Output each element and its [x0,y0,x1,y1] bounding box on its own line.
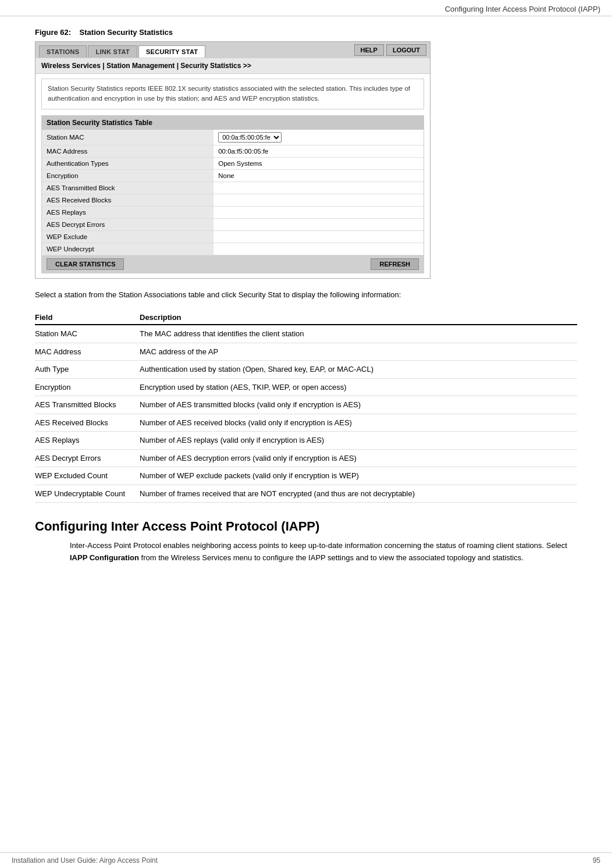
clear-statistics-button[interactable]: CLEAR STATISTICS [47,258,124,270]
field-name: Encryption [35,378,140,396]
field-name: AES Decrypt Errors [35,449,140,467]
tab-stations[interactable]: STATIONS [39,45,87,58]
field-name: Station MAC [35,325,140,343]
table-row: AES Transmitted Block [42,182,424,194]
field-table-row: Station MACThe MAC address that identifi… [35,325,577,343]
table-field-value [214,206,424,218]
field-name: Auth Type [35,361,140,379]
table-field-value [214,230,424,243]
field-description: Number of AES decryption errors (valid o… [140,449,577,467]
table-row: WEP Exclude [42,230,424,243]
footer-right: 95 [593,856,600,865]
field-table-row: MAC AddressMAC address of the AP [35,343,577,361]
table-row: AES Decrypt Errors [42,218,424,230]
tab-link-stat[interactable]: LINK STAT [88,45,137,58]
info-box: Station Security Statistics reports IEEE… [41,79,424,109]
field-name: WEP Undecryptable Count [35,485,140,503]
table-field-label: Authentication Types [42,157,214,169]
table-header: Station Security Statistics Table [42,116,424,130]
col-header-field: Field [35,311,140,325]
table-row: AES Received Blocks [42,194,424,206]
footer-left: Installation and User Guide: Airgo Acces… [12,856,158,865]
section-body: Inter-Access Point Protocol enables neig… [35,540,577,564]
header-title: Configuring Inter Access Point Protocol … [445,5,600,13]
table-field-label: Encryption [42,169,214,182]
logout-button[interactable]: LOGOUT [386,44,426,56]
table-field-value [214,243,424,255]
stats-table-section: Station Security Statistics Table Statio… [41,115,424,273]
table-row: MAC Address00:0a:f5:00:05:fe [42,145,424,157]
field-description: Number of AES replays (valid only if enc… [140,432,577,450]
ui-tabs-bar: STATIONS LINK STAT SECURITY STAT HELP LO… [35,42,430,58]
field-table-row: AES Transmitted BlocksNumber of AES tran… [35,396,577,414]
stats-table: Station MAC00:0a:f5:00:05:feMAC Address0… [42,130,424,255]
table-field-label: MAC Address [42,145,214,157]
ui-screenshot: STATIONS LINK STAT SECURITY STAT HELP LO… [35,41,430,279]
field-name: MAC Address [35,343,140,361]
table-field-value [214,218,424,230]
field-description: Encryption used by station (AES, TKIP, W… [140,378,577,396]
table-field-value: None [214,169,424,182]
mac-address-select[interactable]: 00:0a:f5:00:05:fe [218,132,282,143]
field-name: AES Received Blocks [35,414,140,432]
field-table-row: AES Received BlocksNumber of AES receive… [35,414,577,432]
field-table-row: AES ReplaysNumber of AES replays (valid … [35,432,577,450]
table-field-value: Open Systems [214,157,424,169]
table-field-label: AES Transmitted Block [42,182,214,194]
field-description: Number of WEP exclude packets (valid onl… [140,467,577,485]
field-name: AES Transmitted Blocks [35,396,140,414]
table-field-value [214,194,424,206]
field-description: Number of AES received blocks (valid onl… [140,414,577,432]
table-row: EncryptionNone [42,169,424,182]
field-description: The MAC address that identifies the clie… [140,325,577,343]
page-footer: Installation and User Guide: Airgo Acces… [0,852,612,868]
table-row: Authentication TypesOpen Systems [42,157,424,169]
ui-header-buttons: HELP LOGOUT [354,44,426,58]
table-field-label: AES Replays [42,206,214,218]
field-description: Number of AES transmitted blocks (valid … [140,396,577,414]
table-field-value: 00:0a:f5:00:05:fe [214,145,424,157]
field-table-row: WEP Undecryptable CountNumber of frames … [35,485,577,503]
table-field-label: AES Decrypt Errors [42,218,214,230]
field-name: WEP Excluded Count [35,467,140,485]
field-name: AES Replays [35,432,140,450]
ui-tabs-left: STATIONS LINK STAT SECURITY STAT [39,45,205,58]
col-header-description: Description [140,311,577,325]
figure-label: Figure 62: Station Security Statistics [35,28,577,37]
field-table-row: EncryptionEncryption used by station (AE… [35,378,577,396]
mac-select-wrapper: 00:0a:f5:00:05:fe [218,132,282,143]
table-field-label: WEP Undecrypt [42,243,214,255]
ui-body: Station Security Statistics reports IEEE… [35,74,430,278]
table-field-value [214,182,424,194]
field-table-row: Auth TypeAuthentication used by station … [35,361,577,379]
description-text: Select a station from the Station Associ… [35,289,577,301]
table-row: AES Replays [42,206,424,218]
table-footer: CLEAR STATISTICS REFRESH [42,255,424,273]
field-description: Number of frames received that are NOT e… [140,485,577,503]
table-field-label: WEP Exclude [42,230,214,243]
field-description: Authentication used by station (Open, Sh… [140,361,577,379]
field-table-row: WEP Excluded CountNumber of WEP exclude … [35,467,577,485]
table-row: Station MAC00:0a:f5:00:05:fe [42,130,424,145]
breadcrumb: Wireless Services | Station Management |… [35,58,430,74]
tab-security-stat[interactable]: SECURITY STAT [138,45,205,58]
table-field-label: AES Received Blocks [42,194,214,206]
field-description: MAC address of the AP [140,343,577,361]
table-row: WEP Undecrypt [42,243,424,255]
page-header: Configuring Inter Access Point Protocol … [0,0,612,16]
refresh-button[interactable]: REFRESH [371,258,419,270]
field-table-row: AES Decrypt ErrorsNumber of AES decrypti… [35,449,577,467]
table-field-value[interactable]: 00:0a:f5:00:05:fe [214,130,424,145]
section-heading: Configuring Inter Access Point Protocol … [35,519,577,534]
field-description-table: Field Description Station MACThe MAC add… [35,311,577,503]
help-button[interactable]: HELP [354,44,384,56]
table-field-label: Station MAC [42,130,214,145]
